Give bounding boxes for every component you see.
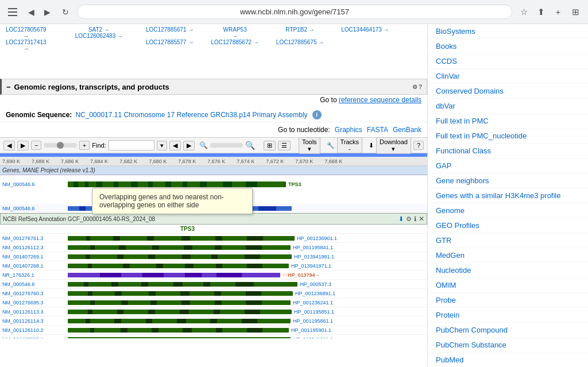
sidebar-item-gtr[interactable]: GTR — [428, 233, 588, 248]
location-bar: LOC127805679 → LOC127317413 → SAT2 → LOC… — [0, 24, 427, 79]
sidebar-label-pubchem-compound: PubChem Compound — [436, 326, 508, 334]
ruler: 7,690 K 7,688 K 7,686 K 7,684 K 7,682 K … — [0, 157, 427, 166]
track-label-6[interactable]: NM_001276760.3 — [2, 291, 65, 296]
graphics-link[interactable]: Graphics — [335, 126, 362, 134]
sidebar-item-ccds[interactable]: CCDS — [428, 54, 588, 69]
track-right-9[interactable]: HP_001195861.1 — [293, 318, 333, 324]
sidebar-item-medgen[interactable]: MedGen — [428, 248, 588, 263]
sidebar-item-full-text-pmc[interactable]: Full text in PMC — [428, 114, 588, 129]
new-tab-button[interactable]: + — [551, 5, 565, 19]
settings-track-icon[interactable]: ⚙ — [406, 215, 412, 223]
loc-gene-1[interactable]: LOC127805679 — [6, 26, 47, 33]
nm-000546-label[interactable]: NM_000546.6 — [2, 206, 65, 211]
sidebar-item-protein[interactable]: Protein — [428, 308, 588, 323]
sidebar-item-genome[interactable]: Genome — [428, 203, 588, 218]
track-right-6[interactable]: HP_001236891.1 — [295, 291, 335, 296]
sidebar-item-dbvar[interactable]: dbVar — [428, 99, 588, 114]
back-button[interactable]: ◀ — [24, 5, 38, 19]
track-right-11[interactable]: HP_013941911.1 — [293, 337, 333, 339]
reference-sequence-link[interactable]: reference sequence details — [339, 96, 421, 104]
sidebar-item-pubchem-substance[interactable]: PubChem Substance — [428, 338, 588, 353]
download-button[interactable]: Download ▾ — [376, 137, 411, 154]
bookmark-button[interactable]: ☆ — [517, 5, 531, 19]
zoom-out-button[interactable]: − — [31, 141, 41, 150]
sidebar-item-gap[interactable]: GAP — [428, 159, 588, 173]
loc-gene-5[interactable]: RTP1B2 → — [285, 26, 314, 33]
reload-button[interactable]: ↻ — [59, 5, 72, 19]
info-track-icon[interactable]: ℹ — [414, 215, 416, 223]
loc-gene-6[interactable]: LOC134464173 → — [341, 26, 389, 33]
loc-gene-wrap53[interactable]: WRAP53 — [223, 26, 247, 33]
zoom-bar[interactable] — [44, 143, 76, 148]
track-right-10[interactable]: HP_001195901.1 — [291, 327, 331, 333]
sidebar-item-omim[interactable]: OMIM — [428, 278, 588, 293]
fasta-link[interactable]: FASTA — [367, 126, 388, 134]
sidebar-item-geo-profiles[interactable]: GEO Profiles — [428, 218, 588, 233]
sidebar-item-clinvar[interactable]: ClinVar — [428, 69, 588, 84]
sidebar-item-pubchem-compound[interactable]: PubChem Compound — [428, 323, 588, 338]
forward-button[interactable]: ▶ — [40, 5, 54, 19]
back-track-button[interactable]: ◀ — [3, 141, 15, 150]
tools-button[interactable]: Tools ▾ — [299, 137, 320, 154]
nav-right[interactable]: ▶ — [183, 141, 195, 150]
address-bar[interactable]: www.ncbi.nlm.nih.gov/gene/7157 — [77, 5, 512, 19]
track-right-4[interactable]: HP_013941971.1 — [291, 263, 331, 269]
sidebar-item-nucleotide[interactable]: Nucleotide — [428, 263, 588, 278]
section-collapse-icon[interactable]: − — [6, 83, 11, 91]
find-dropdown[interactable]: ▾ — [157, 141, 167, 150]
close-track-icon[interactable]: ✕ — [419, 215, 424, 223]
extensions-button[interactable]: ⊞ — [568, 5, 582, 19]
refseq-link[interactable]: NC_000017.11 Chromosome 17 Reference GRC… — [75, 111, 307, 119]
loc-gene-5b[interactable]: LOC127885675 → — [276, 39, 324, 45]
track-right-3[interactable]: HP_013941981.1 — [294, 254, 334, 260]
track-label-5[interactable]: NM_000546.6 — [2, 281, 65, 287]
help-icon[interactable]: ? — [419, 84, 422, 90]
sidebar-item-conserved-domains[interactable]: Conserved Domains — [428, 84, 588, 99]
share-button[interactable]: ⬆ — [534, 5, 548, 19]
track-label-3[interactable]: NM_001407269.1 — [2, 254, 65, 260]
track-right-8[interactable]: HP_001195851.1 — [294, 309, 334, 315]
loc-gene-3[interactable]: LOC127885671 → — [146, 26, 194, 33]
sidebar-item-gene-neighbors[interactable]: Gene neighbors — [428, 173, 588, 188]
track-right-7[interactable]: HP_001236241.1 — [293, 300, 333, 306]
sidebar-item-biosystems[interactable]: BioSystems — [428, 24, 588, 39]
sidebar-item-probe[interactable]: Probe — [428, 293, 588, 308]
track-label-9[interactable]: NM_001126114.3 — [2, 318, 65, 324]
sidebar-item-pubmed[interactable]: PubMed — [428, 353, 588, 367]
track-label-8[interactable]: NM_001126113.3 — [2, 309, 65, 315]
track-row-7: NM_001276695.3 HP_001236241.1 — [0, 298, 427, 307]
grid-view-button[interactable]: ⊞ — [264, 141, 276, 150]
download-track-icon[interactable]: ⬇ — [399, 215, 404, 223]
settings-icon[interactable]: ⚙ — [412, 84, 417, 90]
track-label-4[interactable]: NM_001407268.1 — [2, 263, 65, 269]
track-right-1[interactable]: HP_001236901.1 — [297, 235, 337, 241]
list-view-button[interactable]: ☰ — [278, 141, 291, 150]
loc-gene-2b[interactable]: LOC126062483 → — [75, 33, 123, 39]
tracks-button[interactable]: Tracks - — [337, 137, 363, 153]
track-label-10[interactable]: NM_001126110.2 — [2, 327, 65, 333]
nav-left[interactable]: ◀ — [169, 141, 181, 150]
track-right-2[interactable]: HP_001195841.1 — [293, 245, 333, 250]
track-label-1[interactable]: NM_001276761.3 — [2, 235, 65, 241]
loc-gene-2[interactable]: SAT2 → — [88, 26, 110, 33]
loc-gene-3b[interactable]: LOC127885577 → — [146, 39, 194, 45]
sidebar-item-functional-class[interactable]: Functional Class — [428, 144, 588, 159]
track-label-7[interactable]: NM_001276695.3 — [2, 300, 65, 306]
sidebar-toggle-button[interactable] — [6, 5, 20, 19]
track-label-2[interactable]: NM_001126112.3 — [2, 245, 65, 250]
zoom-in-button[interactable]: + — [79, 141, 90, 150]
help-toolbar-button[interactable]: ? — [413, 141, 424, 150]
track-right-5[interactable]: HP_000537.3 — [300, 281, 331, 287]
sidebar-item-h3k4me3[interactable]: Genes with a similar H3K4me3 profile — [428, 188, 588, 203]
info-icon[interactable]: i — [312, 110, 322, 119]
forward-track-button[interactable]: ▶ — [17, 141, 29, 150]
genbank-link[interactable]: GenBank — [393, 126, 421, 134]
track-label-nr[interactable]: NR_176326.1 — [2, 272, 65, 278]
sidebar-item-books[interactable]: Books — [428, 39, 588, 54]
track-label-11[interactable]: NM_001407262.1 — [2, 337, 65, 339]
find-input[interactable] — [109, 140, 154, 150]
loc-gene-4[interactable]: LOC127885672 → — [211, 39, 258, 45]
sidebar-item-full-text-pmc-nuc[interactable]: Full text in PMC_nucleotide — [428, 129, 588, 144]
loc-gene-1b[interactable]: LOC127317413 — [6, 39, 47, 45]
mane-gene-id[interactable]: NM_000546.6 — [2, 181, 65, 187]
